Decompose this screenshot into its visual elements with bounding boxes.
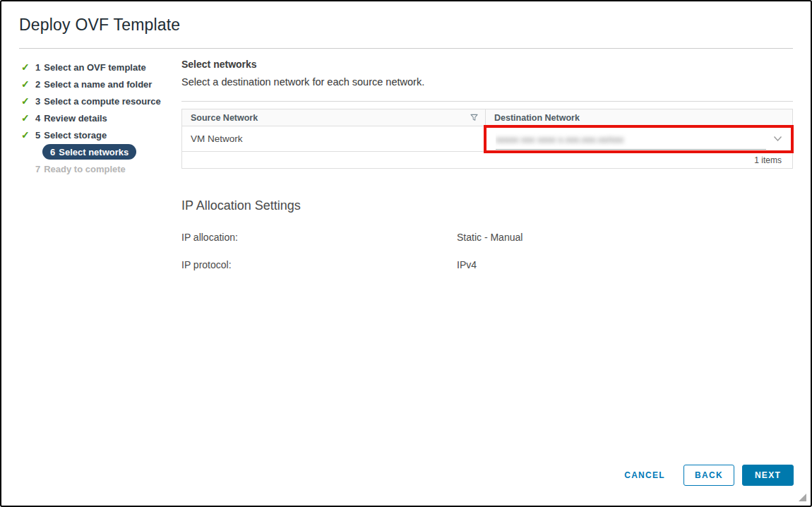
table-footer: 1 items [182, 152, 792, 168]
step-complete-check-icon: ✓ [21, 79, 35, 89]
step-2-select-name-folder[interactable]: ✓ 2 Select a name and folder [21, 76, 181, 93]
chevron-down-icon [773, 136, 782, 142]
step-complete-check-icon: ✓ [21, 62, 35, 72]
ip-protocol-value: IPv4 [457, 259, 477, 270]
step-number: 2 [35, 79, 40, 90]
step-complete-check-icon: ✓ [21, 130, 35, 140]
column-header-label: Source Network [191, 113, 258, 123]
column-header-source-network[interactable]: Source Network [182, 109, 486, 126]
column-header-destination-network[interactable]: Destination Network [486, 109, 792, 126]
step-number: 6 [50, 147, 55, 157]
resize-grip-handle[interactable] [799, 494, 806, 501]
cancel-button[interactable]: CANCEL [624, 470, 665, 480]
ip-protocol-row: IP protocol: IPv4 [181, 259, 793, 270]
dropdown-selected-value: xxxxx xxx xxxx x.xxx.xxx.xx/xxx [496, 133, 766, 150]
dialog-title: Deploy OVF Template [19, 16, 793, 35]
panel-description: Select a destination network for each so… [181, 76, 793, 88]
step-complete-check-icon: ✓ [21, 113, 35, 123]
obscured-network-value: xxxxx xxx xxxx x.xxx.xxx.xx/xxx [496, 134, 623, 145]
step-6-select-networks-active[interactable]: ✓ 6 Select networks [21, 143, 181, 160]
step-number: 4 [35, 113, 40, 124]
step-4-review-details[interactable]: ✓ 4 Review details [21, 109, 181, 126]
step-label: Select storage [44, 130, 107, 141]
step-label: Ready to complete [44, 164, 126, 174]
step-5-select-storage[interactable]: ✓ 5 Select storage [21, 126, 181, 143]
step-3-select-compute-resource[interactable]: ✓ 3 Select a compute resource [21, 93, 181, 109]
step-content-panel: Select networks Select a destination net… [181, 57, 793, 287]
source-network-cell: VM Network [182, 126, 486, 151]
deploy-ovf-dialog: Deploy OVF Template ✓ 1 Select an OVF te… [0, 0, 812, 507]
ip-allocation-value: Static - Manual [457, 232, 523, 243]
ip-allocation-label: IP allocation: [181, 232, 457, 243]
wizard-steps-nav: ✓ 1 Select an OVF template ✓ 2 Select a … [19, 57, 181, 287]
wizard-footer-actions: CANCEL BACK NEXT [624, 465, 794, 486]
panel-heading: Select networks [181, 59, 793, 70]
destination-network-cell: xxxxx xxx xxxx x.xxx.xxx.xx/xxx [486, 126, 792, 151]
step-number: 5 [35, 130, 40, 141]
ip-protocol-label: IP protocol: [181, 259, 457, 270]
step-label: Select networks [59, 147, 129, 157]
ip-settings-heading: IP Allocation Settings [181, 198, 793, 213]
step-label: Select a name and folder [44, 79, 152, 90]
network-mapping-table: Source Network Destination Network VM Ne… [181, 109, 793, 169]
step-number: 7 [35, 164, 40, 174]
step-complete-check-icon: ✓ [21, 96, 35, 106]
step-label: Review details [44, 113, 107, 124]
dialog-header: Deploy OVF Template [1, 1, 811, 41]
items-count: 1 items [754, 155, 782, 165]
filter-funnel-icon[interactable] [470, 114, 478, 121]
ip-allocation-row: IP allocation: Static - Manual [181, 232, 793, 243]
step-7-ready-to-complete[interactable]: ✓ 7 Ready to complete [21, 160, 181, 177]
step-label: Select a compute resource [44, 96, 160, 107]
active-step-pill: 6 Select networks [42, 144, 136, 160]
step-number: 3 [35, 96, 40, 107]
next-button[interactable]: NEXT [742, 465, 794, 486]
network-mapping-row: VM Network xxxxx xxx xxxx x.xxx.xxx.xx/x… [182, 126, 792, 152]
step-number: 1 [35, 62, 40, 73]
step-1-select-ovf-template[interactable]: ✓ 1 Select an OVF template [21, 59, 181, 76]
ip-allocation-settings-section: IP Allocation Settings IP allocation: St… [181, 198, 793, 270]
destination-network-dropdown[interactable]: xxxxx xxx xxxx x.xxx.xxx.xx/xxx [496, 129, 782, 150]
back-button[interactable]: BACK [683, 465, 734, 486]
step-label: Select an OVF template [44, 62, 146, 73]
panel-divider [181, 101, 793, 102]
column-header-label: Destination Network [494, 113, 580, 123]
table-header-row: Source Network Destination Network [182, 109, 792, 126]
